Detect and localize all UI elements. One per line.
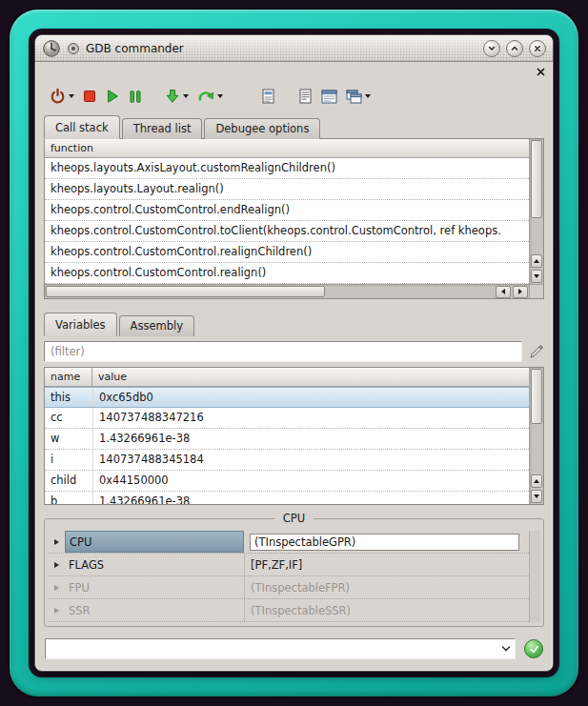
step-over-icon [197,89,214,104]
step-into-button[interactable] [164,84,190,109]
cpu-register-row[interactable]: FLAGS [PF,ZF,IF] [48,554,529,576]
tab[interactable]: Debugee options [204,118,320,139]
scroll-up-button[interactable] [531,254,542,268]
power-button[interactable] [49,84,75,109]
call-stack-row[interactable]: kheops.control.CustomControl.realignChil… [45,242,529,263]
variable-value: 1.43266961e-38 [92,429,529,449]
cpu-groupbox: CPU CPU (TInspectableGPR) FLAGS [PF,ZF,I… [44,518,544,627]
combo-dropdown-button[interactable] [497,639,515,658]
cpu-scrollbar-track[interactable] [529,531,540,622]
register-group-name: FPU [65,576,244,598]
execute-command-button[interactable] [524,639,543,658]
function-column-header[interactable]: function [45,139,99,157]
value-column-header[interactable]: value [92,368,132,386]
scroll-left-button[interactable] [496,286,511,298]
variables-panel: name value this 0xc65db0 cc 140737488347… [44,367,544,505]
scrollbar-thumb[interactable] [531,140,542,218]
variable-name: cc [45,408,92,428]
run-icon [105,89,120,104]
stop-icon [83,90,96,103]
maximize-button[interactable] [506,40,523,57]
scroll-right-button[interactable] [513,286,528,298]
debug-toolbar [35,79,553,115]
variable-row[interactable]: b 1.43266961e-38 [45,492,529,504]
register-group-name: FLAGS [65,554,244,575]
power-icon [50,89,66,105]
cpu-register-row[interactable]: SSR (TInspectableSSR) [48,599,529,622]
scrollbar-track[interactable] [530,425,543,474]
titlebar[interactable]: GDB commander [35,35,553,62]
scroll-down-button[interactable] [531,490,542,503]
variable-row[interactable]: i 140737488345184 [45,450,529,471]
filter-edit-icon[interactable] [529,344,544,359]
window-title: GDB commander [86,42,477,55]
variable-row[interactable]: cc 140737488347216 [45,408,529,429]
call-stack-row[interactable]: kheops.control.CustomControl.endRealign(… [45,200,529,221]
expander-icon[interactable] [54,608,59,614]
call-stack-header[interactable]: function [45,139,529,158]
call-stack-row[interactable]: kheops.control.CustomControl.realign() [45,263,529,284]
register-group-value[interactable]: (TInspectableSSR) [244,599,529,621]
variable-row[interactable]: child 0x44150000 [45,471,529,492]
variable-row[interactable]: w 1.43266961e-38 [45,429,529,450]
step-into-dropdown-caret-icon[interactable] [183,94,189,98]
cpu-register-row[interactable]: FPU (TInspectableFPR) [48,576,529,599]
pause-button[interactable] [128,84,143,109]
power-dropdown-caret-icon[interactable] [69,94,74,98]
variable-name: i [45,450,92,470]
stop-button[interactable] [82,84,97,109]
scrollbar-track[interactable] [45,285,495,298]
watch-window-button[interactable] [320,84,338,109]
call-stack-horizontal-scrollbar[interactable] [45,284,543,298]
call-stack-vertical-scrollbar[interactable] [529,139,543,284]
pause-icon [129,90,142,104]
call-stack-row[interactable]: kheops.layouts.AxisLayout.customRealignC… [45,158,529,179]
step-over-button[interactable] [196,84,224,109]
tab[interactable]: Thread list [122,118,203,139]
source-document-button[interactable] [260,84,276,109]
scroll-down-button[interactable] [531,270,542,283]
name-column-header[interactable]: name [45,368,92,386]
register-group-name: SSR [65,599,244,621]
variables-header[interactable]: name value [45,368,529,387]
register-group-value[interactable]: [PF,ZF,IF] [244,554,529,575]
variable-value: 1.43266961e-38 [92,492,529,504]
close-button[interactable] [529,40,546,57]
windows-dropdown-caret-icon[interactable] [365,94,371,98]
variable-row[interactable]: this 0xc65db0 [45,387,529,408]
message-list-button[interactable] [297,84,314,109]
tab[interactable]: Assembly [119,315,194,336]
step-over-dropdown-caret-icon[interactable] [217,94,223,98]
windows-button[interactable] [345,84,372,109]
dock-close-icon[interactable] [537,68,545,76]
expander-icon[interactable] [54,562,59,568]
filter-input[interactable] [44,341,522,362]
run-button[interactable] [104,84,121,109]
call-stack-row[interactable]: kheops.control.CustomControl.toClient(kh… [45,221,529,242]
app-icon [42,39,61,58]
command-input[interactable] [46,639,497,658]
gdb-commander-window: GDB commander [34,34,554,672]
tab[interactable]: Call stack [44,115,120,139]
cpu-rows: CPU (TInspectableGPR) FLAGS [PF,ZF,IF] F… [48,531,529,622]
register-group-value[interactable]: (TInspectableFPR) [244,576,529,598]
scrollbar-corner [529,285,543,298]
expander-icon[interactable] [54,585,59,591]
command-combobox[interactable] [45,638,516,659]
scroll-up-button[interactable] [531,474,542,488]
minimize-button[interactable] [483,40,500,57]
variables-vertical-scrollbar[interactable] [529,368,543,504]
expander-icon[interactable] [54,539,59,545]
scrollbar-thumb[interactable] [46,286,325,297]
scrollbar-thumb[interactable] [531,369,542,424]
watch-window-icon [321,90,337,104]
right-arrow-icon [518,289,522,294]
variables-rows: this 0xc65db0 cc 140737488347216 w 1.432… [45,387,529,504]
up-arrow-icon [534,259,539,263]
scrollbar-track[interactable] [530,219,543,253]
tab[interactable]: Variables [44,313,117,336]
cpu-register-row[interactable]: CPU (TInspectableGPR) [48,531,529,554]
down-arrow-icon [534,494,539,498]
register-group-value[interactable]: (TInspectableGPR) [244,531,529,553]
call-stack-row[interactable]: kheops.layouts.Layout.realign() [45,179,529,200]
